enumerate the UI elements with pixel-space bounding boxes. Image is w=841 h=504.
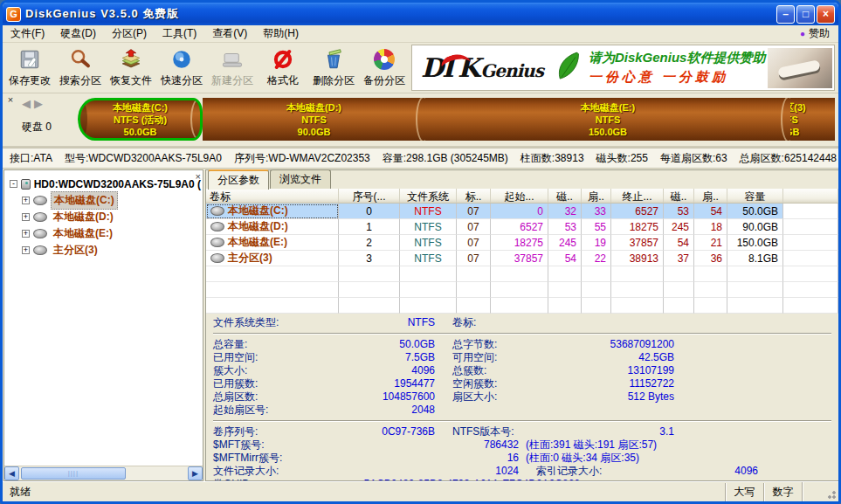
save-changes-button[interactable]: 保存更改 (4, 44, 55, 92)
hard-drive-icon (21, 179, 31, 190)
quick-partition-icon (169, 47, 195, 72)
maximize-button[interactable]: □ (796, 5, 815, 24)
cell-volume: 本地磁盘(E:) (206, 235, 339, 251)
disk-icon (33, 196, 47, 205)
detail-row-guid: 卷GUID: 5ACB0480-85D8-4793-A01A-E7C4D2A9C… (213, 478, 831, 480)
partition-d[interactable]: 本地磁盘(D:) NTFS 90.0GB (203, 98, 425, 141)
menu-help[interactable]: 帮助(H) (255, 24, 307, 43)
table-row-c[interactable]: 本地磁盘(C:) 0 NTFS 07 0 32 33 6527 53 54 50… (206, 204, 838, 219)
ntfs-version-value: 3.1 (543, 425, 674, 438)
backup-partition-button[interactable]: 备份分区 (359, 44, 410, 92)
toolbar: 保存更改 搜索分区 恢复文件 快速分区 新建分区 (3, 43, 838, 93)
cell-start-head: 54 (548, 251, 582, 266)
col-start-sec[interactable]: 扇.. (582, 189, 611, 203)
tab-partition-params[interactable]: 分区参数 (208, 169, 269, 190)
cell-start-head: 32 (548, 204, 582, 219)
detail-row: 已用簇数: 1954477 空闲簇数: 11152722 (213, 377, 831, 390)
detail-value: 7.5GB (327, 351, 435, 364)
cell-extra (783, 235, 838, 251)
tree-horizontal-scrollbar[interactable]: ◀ ▶ (4, 466, 203, 480)
detail-value: 4096 (327, 364, 435, 377)
recover-files-button[interactable]: 恢复文件 (106, 44, 156, 92)
quick-partition-button[interactable]: 快速分区 (156, 44, 207, 92)
col-no[interactable]: 序号(... (339, 189, 400, 203)
menu-view[interactable]: 查看(V) (204, 24, 255, 43)
disk-nav-arrows[interactable]: ◀▶ (22, 97, 46, 110)
new-partition-button[interactable]: 新建分区 (207, 44, 258, 92)
cell-end-head: 37 (664, 251, 694, 266)
title-bar[interactable]: G DiskGenius V3.5.0 免费版 – □ × (3, 3, 838, 25)
status-caps: 大写 (725, 483, 763, 501)
cell-extra (783, 251, 838, 266)
col-end-head[interactable]: 磁.. (664, 189, 694, 203)
expand-icon[interactable]: + (22, 213, 30, 221)
tree-item-disk-d[interactable]: + 本地磁盘(D:) (10, 209, 201, 225)
table-row-primary[interactable]: 主分区(3) 3 NTFS 07 37857 54 22 38913 37 36… (206, 251, 838, 266)
table-row-d[interactable]: 本地磁盘(D:) 1 NTFS 07 6527 53 55 18275 245 … (206, 219, 838, 235)
cell-start-sec: 33 (582, 204, 611, 219)
file-record-size-value: 1024 (327, 465, 519, 478)
expand-icon[interactable]: + (22, 197, 30, 204)
cell-start-sec: 55 (582, 219, 611, 235)
scrollbar-thumb[interactable] (21, 467, 126, 480)
resize-grip[interactable] (824, 487, 837, 500)
sponsor-banner[interactable]: DI K Genius 请为DiskGenius软件提供赞助 一份心意 一分鼓励 (411, 45, 835, 91)
disk-cylinders: 柱面数:38913 (520, 151, 584, 166)
detail-row-serial: 卷序列号: 0C97-736B NTFS版本号: 3.1 (213, 425, 831, 438)
delete-partition-icon (321, 47, 347, 72)
format-button[interactable]: 格式化 (258, 44, 308, 92)
cell-fs: NTFS (400, 235, 457, 251)
cell-start-cyl: 37857 (491, 251, 548, 266)
tab-browse-files[interactable]: 浏览文件 (270, 169, 331, 189)
tree-item-disk-c[interactable]: + 本地磁盘(C:) (10, 192, 201, 209)
expand-icon[interactable]: + (22, 230, 30, 238)
status-num: 数字 (763, 483, 802, 501)
partition-c[interactable]: 本地磁盘(C:) NTFS (活动) 50.0GB (78, 98, 203, 141)
col-end-sec[interactable]: 扇.. (694, 189, 727, 203)
menu-disk[interactable]: 硬盘(D) (52, 24, 104, 43)
minimize-button[interactable]: – (776, 5, 795, 24)
expand-icon[interactable]: + (22, 246, 30, 254)
banner-line1: 请为DiskGenius软件提供赞助 (589, 50, 768, 66)
cell-end-cyl: 18275 (611, 219, 664, 235)
disk-panel-close-icon[interactable]: × (5, 94, 16, 105)
tree-item-label: 主分区(3) (51, 242, 100, 259)
disk-icon (33, 245, 47, 255)
cell-fs: NTFS (400, 204, 457, 219)
cell-end-sec: 54 (694, 204, 727, 219)
detail-label: 总容量: (213, 338, 327, 351)
scroll-right-icon[interactable]: ▶ (188, 466, 203, 480)
diskgenius-window: G DiskGenius V3.5.0 免费版 – □ × 文件(F) 硬盘(D… (0, 0, 841, 504)
disk-sectors-per-track: 每道扇区数:63 (660, 151, 727, 166)
col-id[interactable]: 标.. (457, 189, 491, 203)
tree-item-disk-e[interactable]: + 本地磁盘(E:) (10, 225, 201, 242)
delete-partition-button[interactable]: 删除分区 (308, 44, 359, 92)
search-partition-button[interactable]: 搜索分区 (55, 44, 106, 92)
tree-root-hd0[interactable]: - HD0:WDCWD3200AAKS-75L9A0 ( (10, 176, 201, 192)
detail-row: 簇大小: 4096 总簇数: 13107199 (213, 364, 831, 377)
disk-total-sectors: 总扇区数:625142448 (740, 151, 837, 166)
scrollbar-track[interactable] (19, 466, 188, 480)
cell-capacity: 8.1GB (727, 251, 783, 266)
col-volume[interactable]: 卷标 (206, 189, 339, 203)
table-row-e[interactable]: 本地磁盘(E:) 2 NTFS 07 18275 245 19 37857 54… (206, 235, 838, 251)
close-button[interactable]: × (817, 5, 835, 24)
scroll-left-icon[interactable]: ◀ (4, 466, 19, 480)
detail-row-recordsize: 文件记录大小: 1024 索引记录大小: 4096 (213, 465, 831, 478)
col-capacity[interactable]: 容量 (727, 189, 783, 203)
menu-partition[interactable]: 分区(P) (104, 24, 155, 43)
tree-panel-close-icon[interactable]: × (196, 171, 201, 182)
partition-e[interactable]: 本地磁盘(E:) NTFS 150.0GB (425, 98, 790, 141)
volume-serial-label: 卷序列号: (213, 425, 327, 438)
sponsor-link[interactable]: ● 赞助 (791, 26, 838, 41)
partition-primary[interactable]: 主分区(3) NTFS 8.1GB (790, 98, 835, 141)
tree-item-primary[interactable]: + 主分区(3) (10, 242, 201, 259)
col-filesystem[interactable]: 文件系统 (400, 189, 457, 203)
collapse-icon[interactable]: - (10, 180, 17, 188)
disk-icon (210, 253, 224, 263)
col-start-head[interactable]: 磁.. (548, 189, 582, 203)
menu-file[interactable]: 文件(F) (3, 24, 52, 43)
col-start-cyl[interactable]: 起始... (491, 189, 548, 203)
col-end-cyl[interactable]: 终止... (611, 189, 664, 203)
menu-tools[interactable]: 工具(T) (155, 24, 204, 43)
